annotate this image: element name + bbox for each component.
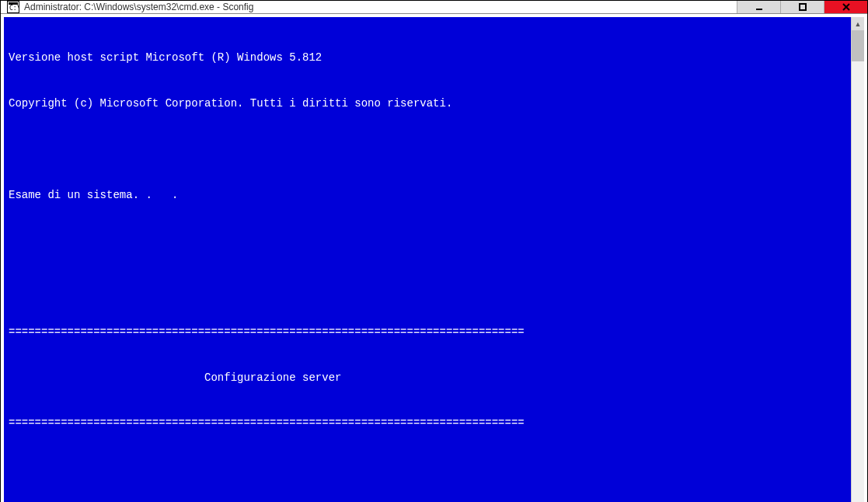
scroll-thumb[interactable] [852,30,864,61]
maximize-button[interactable] [780,1,824,13]
copyright-line: Copyright (c) Microsoft Corporation. Tut… [9,96,846,112]
blank [9,142,846,158]
window-controls [737,1,867,13]
divider-bottom: ========================================… [9,416,846,431]
console-wrap: Versione host script Microsoft (R) Windo… [1,14,867,502]
cmd-window: C:\ Administrator: C:\Windows\system32\c… [0,0,868,502]
scroll-track[interactable] [852,30,864,502]
examining-line: Esame di un sistema. . . [9,188,846,204]
minimize-button[interactable] [737,1,780,13]
cmd-icon: C:\ [7,1,19,13]
header-line: Versione host script Microsoft (R) Windo… [9,51,846,66]
scroll-up-icon[interactable]: ▲ [852,17,864,30]
blank [9,233,846,249]
window-title: Administrator: C:\Windows\system32\cmd.e… [24,2,737,12]
blank [9,462,846,477]
close-button[interactable] [824,1,867,13]
divider-top: ========================================… [9,325,846,340]
blank [9,279,846,295]
console-output[interactable]: Versione host script Microsoft (R) Windo… [4,17,851,502]
svg-text:C:\: C:\ [9,5,19,12]
section-title: Configurazione server [9,371,846,386]
titlebar[interactable]: C:\ Administrator: C:\Windows\system32\c… [1,1,867,14]
vertical-scrollbar[interactable]: ▲ ▼ [851,17,864,502]
svg-rect-5 [800,4,806,10]
